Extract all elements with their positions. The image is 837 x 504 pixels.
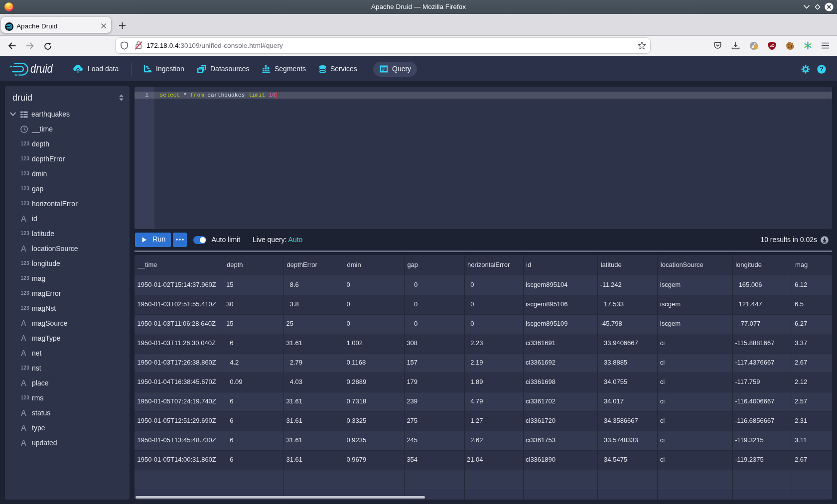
svg-text:?: ? <box>820 65 824 73</box>
svg-text:uO: uO <box>770 44 775 47</box>
